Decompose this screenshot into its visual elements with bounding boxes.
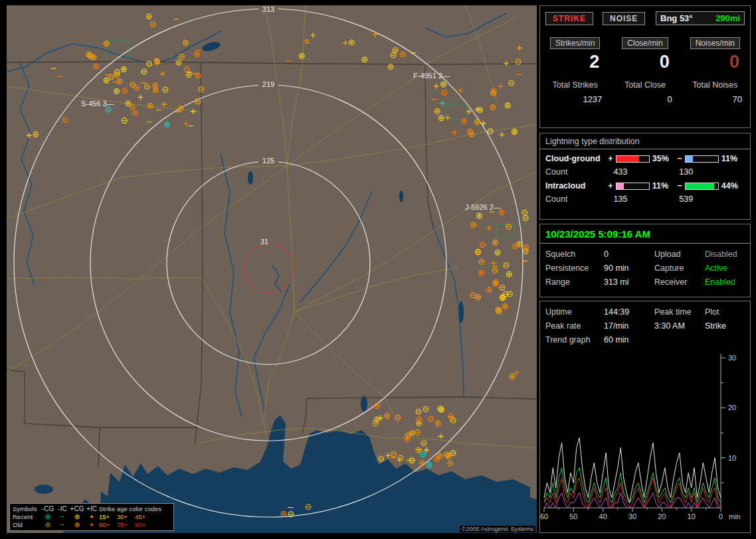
map-legend: Symbols -CG -IC +CG +IC Strike age color… [9,503,174,531]
map-canvas[interactable]: 313 219 125 31 S-456 3— F-4951 2— J-5926… [7,5,537,533]
trend-panel: Uptime 144:39 Peak time Plot Peak rate 1… [539,301,751,533]
lake [248,171,253,185]
total-noises-label: Total Noises [680,80,750,90]
cg-plus-pct: 35% [652,154,676,163]
trend-window-value: 60 min [604,335,654,345]
cg-plus-bar [616,155,650,163]
noise-toggle-button[interactable]: NOISE [603,12,645,25]
station-label: F-4951 2— [413,72,450,80]
neg-cg-old-icon: ⊖ [41,521,55,529]
cloud-ground-count-row: Count 433 130 [540,163,750,177]
ic-minus-count: 539 [679,194,745,204]
legend-old-label: Old [13,521,41,529]
svg-text:20: 20 [658,512,666,520]
lightning-map[interactable]: 313 219 125 31 S-456 3— F-4951 2— J-5926… [7,5,537,533]
pos-ic-old-icon: + [84,521,99,529]
plus-sign: + [607,181,614,191]
svg-text:10: 10 [688,512,696,520]
cg-minus-bar-fill [686,156,693,162]
age-15: 15+ [99,513,117,521]
ic-plus-pct: 11% [652,181,676,191]
close-per-min-button[interactable]: Close/min [622,37,668,49]
svg-text:40: 40 [599,512,607,520]
pos-ic-recent-icon: + [84,513,99,521]
age-45: 45+ [135,513,153,521]
svg-text:min: min [729,512,741,520]
receiver-status: Enabled [705,277,745,287]
trend-graph-label: Trend graph [545,335,604,345]
age-90: 90+ [135,521,153,529]
uptime-value: 144:39 [604,307,654,317]
minus-sign: − [676,154,684,163]
counters-panel: STRIKE NOISE Bng 53° 290mi Strikes/min C… [539,5,751,128]
ic-plus-bar-fill [616,183,624,189]
copyright-text: ©2005 Astrogenic Systems [460,526,535,532]
total-noises-value: 70 [680,94,750,104]
cg-minus-count: 130 [679,167,745,177]
timestamp: 10/23/2025 5:09:16 AM [540,224,750,244]
peak-rate-label: Peak rate [545,321,604,331]
ring-label-125: 125 [262,157,274,165]
peak-rate-value: 17/min [604,321,654,331]
capture-label: Capture [654,264,705,273]
station-label: S-456 3— [81,100,114,108]
plot-mode-value: Strike [705,321,745,331]
lake [399,191,403,202]
cg-minus-bar [685,155,719,163]
cg-plus-count: 433 [614,167,680,177]
svg-text:10: 10 [728,454,736,462]
svg-text:30: 30 [628,512,636,520]
upload-status: Disabled [705,250,745,259]
close-rate-value: 0 [610,52,680,72]
intracloud-count-row: Count 135 539 [540,191,750,204]
cloud-ground-row: Cloud-ground + 35% − 11% [540,149,750,163]
count-label: Count [545,194,614,204]
legend-symbols-header: Symbols [13,505,41,513]
noises-per-min-button[interactable]: Noises/min [690,37,740,49]
peak-time-value: 3:30 AM [654,321,705,331]
legend-recent-label: Recent [13,513,41,521]
svg-text:20: 20 [728,404,736,412]
age-30: 30+ [117,513,135,521]
minus-sign: − [676,181,684,191]
total-close-label: Total Close [610,80,680,90]
persistence-label: Persistence [545,264,604,273]
range-label: Range [545,277,604,287]
total-close-value: 0 [610,94,680,104]
total-strikes-label: Total Strikes [540,80,610,90]
plot-label: Plot [705,307,745,317]
plus-sign: + [607,154,614,163]
strike-toggle-button[interactable]: STRIKE [545,12,593,25]
bearing-readout: Bng 53° 290mi [656,11,745,25]
ic-plus-bar [616,183,650,190]
neg-cg-recent-icon: ⊖ [41,513,55,521]
stats-grid: Uptime 144:39 Peak time Plot Peak rate 1… [540,301,750,345]
svg-text:50: 50 [569,512,577,520]
station-label: J-5926 2— [465,203,501,211]
noises-rate-value: 0 [680,52,750,72]
upload-label: Upload [654,250,705,259]
uptime-label: Uptime [545,307,604,317]
receiver-label: Receiver [654,277,705,287]
trend-series-close [544,493,721,508]
cloud-ground-label: Cloud-ground [545,154,607,163]
peak-time-label: Peak time [654,307,705,317]
svg-text:30: 30 [728,354,736,362]
legend-age-header: Strike age color codes [99,505,171,513]
age-75: 75+ [117,521,135,529]
ic-minus-bar [685,183,719,190]
neg-ic-recent-icon: − [55,513,70,521]
lake [35,485,53,494]
bearing-value: Bng 53° [660,13,693,23]
ic-minus-bar-fill [686,183,714,189]
legend-col-neg-ic: -IC [55,505,70,513]
intracloud-row: Intracloud + 11% − 44% [540,177,750,191]
strikes-per-min-button[interactable]: Strikes/min [550,37,600,49]
ring-label-219: 219 [262,80,274,88]
intracloud-label: Intracloud [545,181,607,191]
pos-cg-old-icon: ⊕ [70,521,84,529]
ring-label-31: 31 [260,238,268,246]
capture-status: Active [705,264,745,273]
svg-text:60: 60 [540,512,548,520]
squelch-label: Squelch [545,250,604,259]
